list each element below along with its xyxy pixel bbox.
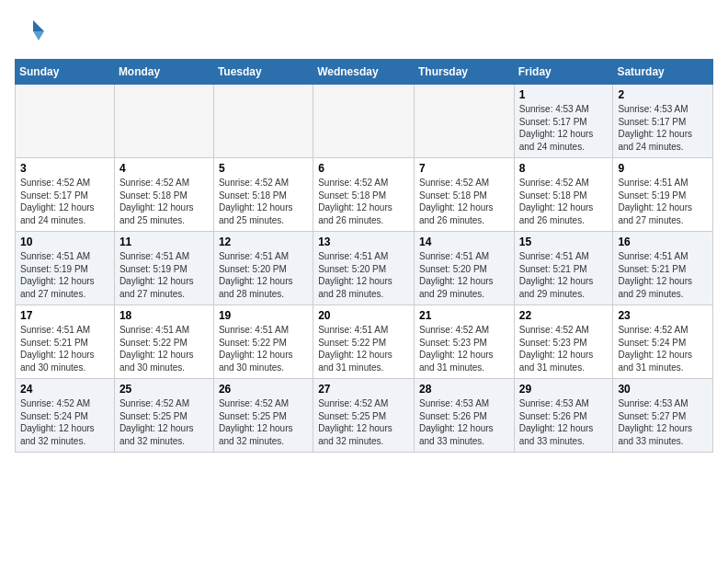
day-info: Sunrise: 4:51 AM Sunset: 5:21 PM Dayligh…	[20, 324, 109, 373]
day-number: 18	[119, 309, 209, 322]
day-number: 5	[219, 162, 308, 175]
day-number: 24	[20, 383, 109, 396]
day-header-thursday: Thursday	[414, 60, 514, 85]
day-number: 7	[419, 162, 509, 175]
day-info: Sunrise: 4:53 AM Sunset: 5:17 PM Dayligh…	[618, 103, 708, 153]
calendar-cell: 12Sunrise: 4:51 AM Sunset: 5:20 PM Dayli…	[213, 232, 313, 305]
calendar-cell: 5Sunrise: 4:52 AM Sunset: 5:18 PM Daylig…	[213, 158, 313, 232]
day-info: Sunrise: 4:52 AM Sunset: 5:23 PM Dayligh…	[519, 324, 609, 373]
calendar-cell: 10Sunrise: 4:51 AM Sunset: 5:19 PM Dayli…	[16, 232, 115, 305]
week-row-1: 3Sunrise: 4:52 AM Sunset: 5:17 PM Daylig…	[16, 158, 713, 232]
day-info: Sunrise: 4:52 AM Sunset: 5:24 PM Dayligh…	[618, 324, 708, 373]
day-info: Sunrise: 4:52 AM Sunset: 5:18 PM Dayligh…	[119, 177, 209, 226]
day-number: 1	[519, 88, 609, 101]
calendar-cell: 4Sunrise: 4:52 AM Sunset: 5:18 PM Daylig…	[114, 158, 213, 232]
day-number: 14	[419, 236, 509, 248]
day-number: 15	[519, 236, 609, 248]
day-info: Sunrise: 4:53 AM Sunset: 5:17 PM Dayligh…	[519, 103, 609, 153]
day-header-tuesday: Tuesday	[213, 60, 313, 85]
day-number: 17	[20, 309, 109, 322]
day-info: Sunrise: 4:52 AM Sunset: 5:18 PM Dayligh…	[219, 177, 308, 226]
calendar-table: SundayMondayTuesdayWednesdayThursdayFrid…	[15, 59, 713, 453]
calendar-cell: 19Sunrise: 4:51 AM Sunset: 5:22 PM Dayli…	[213, 305, 313, 379]
calendar-header: SundayMondayTuesdayWednesdayThursdayFrid…	[16, 60, 713, 85]
header-row: SundayMondayTuesdayWednesdayThursdayFrid…	[16, 60, 713, 85]
day-header-wednesday: Wednesday	[313, 60, 415, 85]
week-row-4: 24Sunrise: 4:52 AM Sunset: 5:24 PM Dayli…	[16, 379, 713, 453]
day-number: 29	[519, 383, 609, 396]
day-number: 3	[20, 162, 109, 175]
calendar-cell: 2Sunrise: 4:53 AM Sunset: 5:17 PM Daylig…	[613, 85, 713, 158]
day-info: Sunrise: 4:52 AM Sunset: 5:17 PM Dayligh…	[20, 177, 109, 226]
day-number: 23	[618, 309, 708, 322]
calendar-body: 1Sunrise: 4:53 AM Sunset: 5:17 PM Daylig…	[16, 85, 713, 453]
calendar-cell: 22Sunrise: 4:52 AM Sunset: 5:23 PM Dayli…	[514, 305, 613, 379]
day-info: Sunrise: 4:51 AM Sunset: 5:19 PM Dayligh…	[119, 250, 209, 300]
calendar-cell: 24Sunrise: 4:52 AM Sunset: 5:24 PM Dayli…	[16, 379, 115, 453]
day-info: Sunrise: 4:52 AM Sunset: 5:18 PM Dayligh…	[318, 177, 409, 226]
day-number: 10	[20, 236, 109, 248]
calendar-cell: 9Sunrise: 4:51 AM Sunset: 5:19 PM Daylig…	[613, 158, 713, 232]
day-info: Sunrise: 4:52 AM Sunset: 5:18 PM Dayligh…	[419, 177, 509, 226]
day-number: 12	[219, 236, 308, 248]
calendar-cell	[114, 85, 213, 158]
calendar-cell: 30Sunrise: 4:53 AM Sunset: 5:27 PM Dayli…	[613, 379, 713, 453]
calendar-cell: 26Sunrise: 4:52 AM Sunset: 5:25 PM Dayli…	[213, 379, 313, 453]
day-info: Sunrise: 4:52 AM Sunset: 5:25 PM Dayligh…	[119, 397, 209, 447]
day-info: Sunrise: 4:51 AM Sunset: 5:20 PM Dayligh…	[318, 250, 409, 300]
calendar-cell: 15Sunrise: 4:51 AM Sunset: 5:21 PM Dayli…	[514, 232, 613, 305]
calendar-cell: 16Sunrise: 4:51 AM Sunset: 5:21 PM Dayli…	[613, 232, 713, 305]
day-info: Sunrise: 4:53 AM Sunset: 5:26 PM Dayligh…	[419, 397, 509, 447]
calendar-cell: 29Sunrise: 4:53 AM Sunset: 5:26 PM Dayli…	[514, 379, 613, 453]
day-info: Sunrise: 4:51 AM Sunset: 5:20 PM Dayligh…	[219, 250, 308, 300]
day-number: 20	[318, 309, 409, 322]
day-number: 11	[119, 236, 209, 248]
page-header	[15, 15, 713, 48]
day-number: 30	[618, 383, 708, 396]
week-row-2: 10Sunrise: 4:51 AM Sunset: 5:19 PM Dayli…	[16, 232, 713, 305]
day-info: Sunrise: 4:52 AM Sunset: 5:24 PM Dayligh…	[20, 397, 109, 447]
calendar-cell	[313, 85, 415, 158]
day-info: Sunrise: 4:52 AM Sunset: 5:25 PM Dayligh…	[219, 397, 308, 447]
calendar-cell: 13Sunrise: 4:51 AM Sunset: 5:20 PM Dayli…	[313, 232, 415, 305]
day-number: 27	[318, 383, 409, 396]
calendar-cell: 8Sunrise: 4:52 AM Sunset: 5:18 PM Daylig…	[514, 158, 613, 232]
svg-marker-1	[33, 31, 44, 40]
logo	[15, 15, 51, 48]
day-info: Sunrise: 4:51 AM Sunset: 5:22 PM Dayligh…	[119, 324, 209, 373]
day-number: 16	[618, 236, 708, 248]
calendar-cell: 6Sunrise: 4:52 AM Sunset: 5:18 PM Daylig…	[313, 158, 415, 232]
day-info: Sunrise: 4:52 AM Sunset: 5:18 PM Dayligh…	[519, 177, 609, 226]
calendar-cell	[213, 85, 313, 158]
day-number: 2	[618, 88, 708, 101]
calendar-cell	[414, 85, 514, 158]
calendar-cell: 14Sunrise: 4:51 AM Sunset: 5:20 PM Dayli…	[414, 232, 514, 305]
day-header-sunday: Sunday	[16, 60, 115, 85]
day-info: Sunrise: 4:51 AM Sunset: 5:20 PM Dayligh…	[419, 250, 509, 300]
logo-icon	[15, 15, 48, 48]
day-info: Sunrise: 4:52 AM Sunset: 5:25 PM Dayligh…	[318, 397, 409, 447]
day-header-friday: Friday	[514, 60, 613, 85]
day-number: 19	[219, 309, 308, 322]
calendar-cell: 11Sunrise: 4:51 AM Sunset: 5:19 PM Dayli…	[114, 232, 213, 305]
day-info: Sunrise: 4:51 AM Sunset: 5:19 PM Dayligh…	[20, 250, 109, 300]
day-number: 13	[318, 236, 409, 248]
day-number: 21	[419, 309, 509, 322]
day-info: Sunrise: 4:51 AM Sunset: 5:22 PM Dayligh…	[318, 324, 409, 373]
calendar-cell: 28Sunrise: 4:53 AM Sunset: 5:26 PM Dayli…	[414, 379, 514, 453]
calendar-cell: 3Sunrise: 4:52 AM Sunset: 5:17 PM Daylig…	[16, 158, 115, 232]
calendar-cell: 27Sunrise: 4:52 AM Sunset: 5:25 PM Dayli…	[313, 379, 415, 453]
day-info: Sunrise: 4:51 AM Sunset: 5:19 PM Dayligh…	[618, 177, 708, 226]
day-info: Sunrise: 4:51 AM Sunset: 5:22 PM Dayligh…	[219, 324, 308, 373]
day-info: Sunrise: 4:51 AM Sunset: 5:21 PM Dayligh…	[618, 250, 708, 300]
day-info: Sunrise: 4:51 AM Sunset: 5:21 PM Dayligh…	[519, 250, 609, 300]
day-header-monday: Monday	[114, 60, 213, 85]
week-row-0: 1Sunrise: 4:53 AM Sunset: 5:17 PM Daylig…	[16, 85, 713, 158]
day-info: Sunrise: 4:53 AM Sunset: 5:26 PM Dayligh…	[519, 397, 609, 447]
calendar-cell: 21Sunrise: 4:52 AM Sunset: 5:23 PM Dayli…	[414, 305, 514, 379]
day-number: 22	[519, 309, 609, 322]
day-number: 4	[119, 162, 209, 175]
day-number: 28	[419, 383, 509, 396]
svg-marker-0	[33, 20, 44, 31]
day-number: 6	[318, 162, 409, 175]
